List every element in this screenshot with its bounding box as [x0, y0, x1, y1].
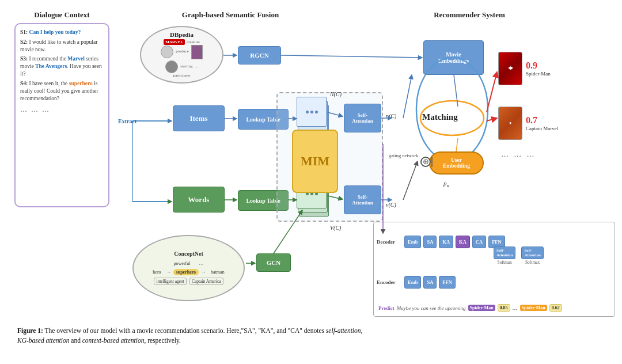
- n-label: N(C): [330, 91, 342, 97]
- encoder-label: Encoder: [377, 279, 402, 285]
- dialogue-s3: S3: I recommend the Marvel series movie …: [20, 55, 104, 77]
- dbpedia-relations: produce starring ... participate: [161, 45, 203, 79]
- movie-captain-marvel: ★ 0.7 Captain Marvel: [498, 107, 558, 140]
- v-label: V(C): [330, 225, 341, 231]
- rgcn-box: RGCN: [238, 46, 281, 65]
- dbpedia-label: DBpedia: [170, 31, 194, 38]
- user-embedding-box: UserEmbedding: [429, 151, 484, 175]
- section-graph-fusion: Graph-based Semantic Fusion: [144, 10, 317, 20]
- encoder-row: Encoder Emb SA FFN: [377, 276, 612, 289]
- svg-line-3: [281, 55, 422, 58]
- spider-man-badge-purple: Spider-Man: [468, 305, 495, 311]
- encoder-sa: SA: [423, 276, 437, 289]
- encoder-emb: Emb: [404, 276, 421, 289]
- dbpedia-inner: MARVEL creation: [164, 39, 199, 45]
- self-attention-top: Self-Attention: [344, 104, 381, 132]
- pred-dots: …: [513, 305, 518, 311]
- captain-marvel-name: Captain Marvel: [526, 126, 558, 131]
- vc-label: v(C): [386, 202, 396, 208]
- sa-boxes-row: Self-Attention Softmax Self-Attention So…: [494, 247, 544, 265]
- movie-spiderman: 🕷 0.9 Spider-Man: [498, 52, 551, 85]
- plus-circle: ⊕: [420, 157, 431, 167]
- dialogue-s1: S1: Can I help you today?: [20, 29, 104, 36]
- svg-point-1: [420, 101, 484, 135]
- dialogue-ellipsis: … … …: [20, 105, 104, 114]
- marvel-badge: MARVEL: [164, 39, 185, 45]
- main-container: Dialogue Context Graph-based Semantic Fu…: [0, 0, 622, 357]
- decoder-sa: SA: [423, 236, 437, 248]
- spider-man-badge-orange: Spider-Man: [520, 305, 547, 311]
- dbpedia-ellipse: DBpedia MARVEL creation produce starring…: [140, 26, 223, 84]
- svg-line-15: [403, 75, 412, 118]
- concept-row-2: hero → superhero → batman: [149, 268, 227, 276]
- predict-text: Maybe you can see the upcoming: [397, 305, 466, 311]
- section-dialogue-context: Dialogue Context: [14, 10, 109, 20]
- figure-caption: Figure 1: The overview of our model with…: [9, 323, 613, 351]
- dialogue-system-box: Decoder Emb SA KA KA CA FFN Self-Attenti…: [373, 222, 615, 317]
- softmax-1: Softmax: [497, 260, 511, 265]
- items-box: Items: [173, 105, 225, 131]
- words-box: Words: [173, 187, 225, 213]
- decoder-ka1: KA: [439, 236, 453, 248]
- mim-box: MIM: [292, 130, 338, 193]
- svg-point-0: [416, 58, 488, 161]
- predict-label: Predict: [378, 305, 395, 311]
- decoder-ca: CA: [472, 236, 486, 248]
- conceptnet-inner: ConceptNet powerful … hero → superhero →…: [143, 245, 233, 291]
- caption-italic2: KG-based attention: [17, 337, 69, 344]
- sa-left: Self-Attention Softmax: [494, 247, 515, 265]
- encoder-ffn: FFN: [439, 276, 456, 289]
- sa-right: Self-Attention Softmax: [521, 247, 543, 265]
- concept-row-3: intelligent agent Captain America: [153, 277, 223, 286]
- section-recommender: Recommender System: [406, 10, 533, 20]
- concept-row-1: powerful …: [170, 260, 207, 267]
- caption-text3: and context-based attention, respectivel…: [69, 337, 180, 344]
- conceptnet-label: ConceptNet: [174, 251, 203, 257]
- spiderman-name: Spider-Man: [526, 71, 551, 77]
- dialogue-s2: S2: I would like to watch a popular movi…: [20, 39, 104, 54]
- score-badge-1: 0.85: [498, 304, 510, 312]
- conceptnet-ellipse: ConceptNet powerful … hero → superhero →…: [132, 235, 245, 301]
- predict-row: Predict Maybe you can see the upcoming S…: [378, 304, 562, 312]
- spiderman-score: 0.9: [526, 60, 551, 71]
- softmax-2: Softmax: [525, 260, 540, 265]
- nc-label: n(C): [386, 113, 396, 119]
- score-badge-2: 0.62: [549, 304, 562, 312]
- diagram-area: Dialogue Context Graph-based Semantic Fu…: [9, 6, 613, 323]
- movies-ellipsis: … … …: [501, 150, 536, 159]
- captain-marvel-score: 0.7: [526, 115, 558, 126]
- figure-num: Figure 1:: [17, 327, 43, 334]
- dialogue-context-box: S1: Can I help you today? S2: I would li…: [14, 23, 109, 207]
- gcn-box: GCN: [256, 253, 291, 272]
- decoder-emb: Emb: [404, 236, 421, 248]
- self-attention-bottom: Self-Attention: [344, 185, 381, 214]
- dialogue-s4: S4: I have seen it, the superhero is rea…: [20, 80, 104, 102]
- pu-label: pu: [443, 180, 449, 188]
- extract-label: Extract: [118, 118, 136, 124]
- gating-network-label: gating network: [389, 153, 418, 158]
- decoder-label: Decoder: [377, 239, 402, 245]
- caption-text: The overview of our model with a movie r…: [45, 327, 363, 334]
- decoder-ka2: KA: [456, 236, 470, 248]
